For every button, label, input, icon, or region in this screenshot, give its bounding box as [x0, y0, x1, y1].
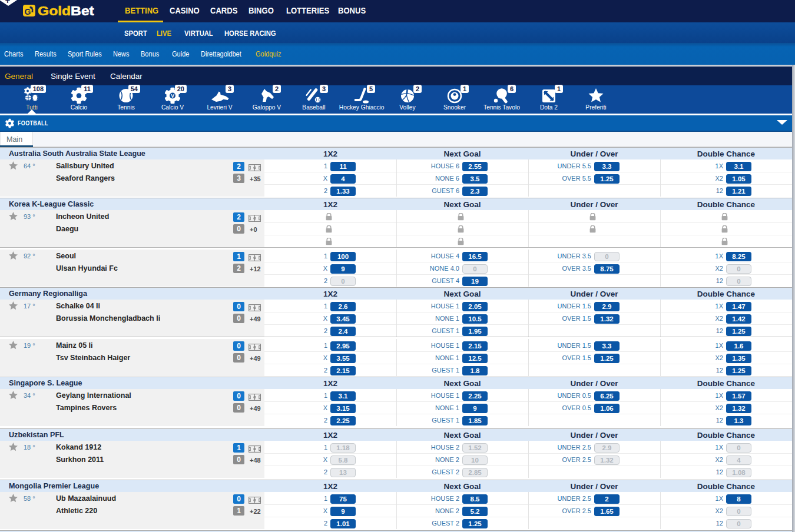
svg-text:V: V — [171, 93, 174, 99]
svg-text:G: G — [25, 7, 31, 16]
